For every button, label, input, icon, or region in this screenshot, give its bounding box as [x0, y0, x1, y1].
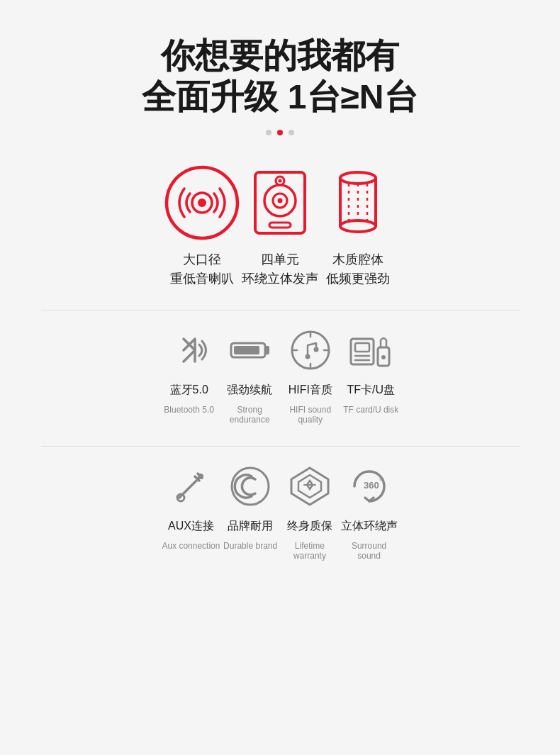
surround-label-en: Surround sound: [340, 541, 399, 561]
svg-text:°: °: [379, 477, 382, 485]
pagination-dots: [266, 130, 294, 135]
aux-label-cn: AUX连接: [168, 519, 214, 534]
header-title-1: 你想要的我都有: [142, 35, 418, 77]
bottom-features-row2: AUX连接 Aux connection 品牌耐用 Durable brand: [162, 461, 399, 561]
feature-surround: 360 ° 立体环绕声 Surround sound: [340, 461, 399, 561]
surround-icon: 360 °: [344, 461, 395, 512]
speaker-icon: [241, 164, 319, 242]
dot-1: [266, 130, 271, 135]
woofer-icon: [163, 164, 241, 242]
wood-label-cn: 木质腔体低频更强劲: [326, 250, 390, 289]
brand-label-en: Durable brand: [223, 541, 277, 551]
feature-hifi: HIFI音质 HIFI sound quality: [280, 325, 341, 425]
svg-rect-9: [269, 223, 291, 228]
svg-point-25: [305, 354, 310, 359]
aux-label-en: Aux connection: [162, 541, 220, 551]
svg-point-8: [279, 179, 282, 183]
bottom-features-row1: 蓝牙5.0 Bluetooth 5.0 强劲续航 Strong enduranc…: [159, 325, 401, 425]
woofer-label-cn: 大口径重低音喇叭: [170, 250, 234, 289]
feature-tfcard: TF卡/U盘 TF card/U disk: [341, 325, 402, 415]
warranty-label-en: Lifetime warranty: [280, 541, 340, 561]
dot-3: [289, 130, 294, 135]
svg-rect-28: [355, 343, 369, 352]
bluetooth-label-en: Bluetooth 5.0: [164, 405, 214, 415]
battery-label-en: Strong endurance: [219, 405, 280, 425]
warranty-label-cn: 终身质保: [287, 519, 332, 534]
svg-point-2: [198, 198, 206, 207]
hifi-icon: [285, 325, 336, 376]
svg-rect-18: [265, 346, 269, 354]
tfcard-icon: [345, 325, 396, 376]
svg-text:360: 360: [364, 480, 379, 491]
feature-battery: 强劲续航 Strong endurance: [219, 325, 280, 425]
bluetooth-label-cn: 蓝牙5.0: [170, 383, 208, 398]
header: 你想要的我都有 全面升级 1台≥N台: [142, 35, 418, 117]
hifi-label-cn: HIFI音质: [289, 383, 332, 398]
feature-aux: AUX连接 Aux connection: [162, 461, 221, 551]
brand-label-cn: 品牌耐用: [228, 519, 273, 534]
brand-icon: [225, 461, 276, 512]
battery-icon: [224, 325, 275, 376]
svg-point-38: [232, 468, 269, 505]
aux-icon: [165, 461, 216, 512]
feature-speaker: 四单元环绕立体发声: [241, 164, 319, 289]
svg-point-10: [340, 172, 376, 184]
divider-1: [41, 310, 520, 311]
header-title-2: 全面升级 1台≥N台: [142, 77, 418, 118]
wood-icon: [319, 164, 397, 242]
feature-woofer: 大口径重低音喇叭: [163, 164, 241, 289]
speaker-label-cn: 四单元环绕立体发声: [242, 250, 318, 289]
svg-point-13: [340, 220, 376, 232]
tfcard-label-en: TF card/U disk: [343, 405, 398, 415]
divider-2: [41, 446, 520, 447]
svg-point-37: [198, 474, 203, 479]
svg-point-26: [313, 347, 318, 352]
bluetooth-icon: [164, 325, 215, 376]
svg-point-6: [278, 198, 283, 203]
page-wrapper: 你想要的我都有 全面升级 1台≥N台: [0, 0, 560, 596]
tfcard-label-cn: TF卡/U盘: [347, 383, 396, 398]
feature-brand: 品牌耐用 Durable brand: [220, 461, 280, 551]
svg-point-32: [381, 355, 386, 359]
feature-bluetooth: 蓝牙5.0 Bluetooth 5.0: [159, 325, 220, 415]
dot-2: [277, 130, 283, 135]
feature-wood: 木质腔体低频更强劲: [319, 164, 397, 289]
battery-label-cn: 强劲续航: [227, 383, 272, 398]
hifi-label-en: HIFI sound quality: [280, 405, 341, 425]
top-features: 大口径重低音喇叭 四单元环绕立体发声: [163, 164, 397, 289]
svg-rect-19: [234, 346, 259, 354]
feature-warranty: 终身质保 Lifetime warranty: [280, 461, 340, 561]
surround-label-cn: 立体环绕声: [341, 519, 398, 534]
warranty-icon: [284, 461, 335, 512]
